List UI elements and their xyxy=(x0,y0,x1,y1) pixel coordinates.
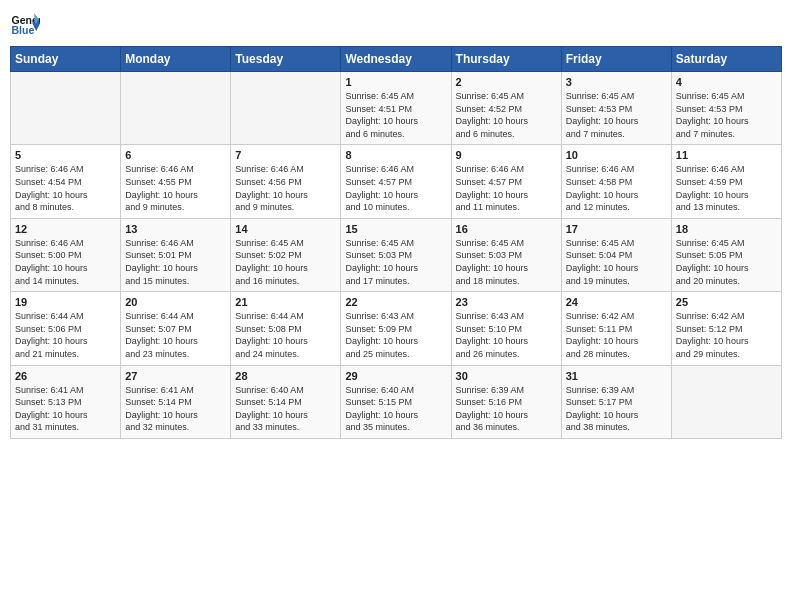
day-info: Sunrise: 6:43 AM Sunset: 5:09 PM Dayligh… xyxy=(345,310,446,360)
day-info: Sunrise: 6:44 AM Sunset: 5:08 PM Dayligh… xyxy=(235,310,336,360)
day-number: 29 xyxy=(345,370,446,382)
day-info: Sunrise: 6:41 AM Sunset: 5:13 PM Dayligh… xyxy=(15,384,116,434)
calendar-day-6: 6Sunrise: 6:46 AM Sunset: 4:55 PM Daylig… xyxy=(121,145,231,218)
day-number: 4 xyxy=(676,76,777,88)
day-number: 2 xyxy=(456,76,557,88)
general-blue-icon: General Blue xyxy=(10,10,40,40)
calendar-week-row: 1Sunrise: 6:45 AM Sunset: 4:51 PM Daylig… xyxy=(11,72,782,145)
day-number: 17 xyxy=(566,223,667,235)
calendar-day-18: 18Sunrise: 6:45 AM Sunset: 5:05 PM Dayli… xyxy=(671,218,781,291)
day-number: 9 xyxy=(456,149,557,161)
day-info: Sunrise: 6:46 AM Sunset: 5:00 PM Dayligh… xyxy=(15,237,116,287)
day-number: 8 xyxy=(345,149,446,161)
day-info: Sunrise: 6:39 AM Sunset: 5:17 PM Dayligh… xyxy=(566,384,667,434)
day-header-saturday: Saturday xyxy=(671,47,781,72)
calendar-day-28: 28Sunrise: 6:40 AM Sunset: 5:14 PM Dayli… xyxy=(231,365,341,438)
calendar-day-11: 11Sunrise: 6:46 AM Sunset: 4:59 PM Dayli… xyxy=(671,145,781,218)
day-header-sunday: Sunday xyxy=(11,47,121,72)
day-info: Sunrise: 6:46 AM Sunset: 5:01 PM Dayligh… xyxy=(125,237,226,287)
calendar-day-27: 27Sunrise: 6:41 AM Sunset: 5:14 PM Dayli… xyxy=(121,365,231,438)
day-number: 30 xyxy=(456,370,557,382)
day-number: 24 xyxy=(566,296,667,308)
day-info: Sunrise: 6:46 AM Sunset: 4:58 PM Dayligh… xyxy=(566,163,667,213)
calendar-day-23: 23Sunrise: 6:43 AM Sunset: 5:10 PM Dayli… xyxy=(451,292,561,365)
day-info: Sunrise: 6:39 AM Sunset: 5:16 PM Dayligh… xyxy=(456,384,557,434)
empty-day xyxy=(121,72,231,145)
calendar-day-17: 17Sunrise: 6:45 AM Sunset: 5:04 PM Dayli… xyxy=(561,218,671,291)
calendar-day-12: 12Sunrise: 6:46 AM Sunset: 5:00 PM Dayli… xyxy=(11,218,121,291)
day-header-tuesday: Tuesday xyxy=(231,47,341,72)
day-info: Sunrise: 6:44 AM Sunset: 5:06 PM Dayligh… xyxy=(15,310,116,360)
day-number: 27 xyxy=(125,370,226,382)
day-number: 20 xyxy=(125,296,226,308)
calendar-day-22: 22Sunrise: 6:43 AM Sunset: 5:09 PM Dayli… xyxy=(341,292,451,365)
svg-text:Blue: Blue xyxy=(12,24,35,36)
day-number: 18 xyxy=(676,223,777,235)
day-info: Sunrise: 6:45 AM Sunset: 4:52 PM Dayligh… xyxy=(456,90,557,140)
calendar-header-row: SundayMondayTuesdayWednesdayThursdayFrid… xyxy=(11,47,782,72)
calendar-day-3: 3Sunrise: 6:45 AM Sunset: 4:53 PM Daylig… xyxy=(561,72,671,145)
calendar-day-24: 24Sunrise: 6:42 AM Sunset: 5:11 PM Dayli… xyxy=(561,292,671,365)
day-info: Sunrise: 6:42 AM Sunset: 5:12 PM Dayligh… xyxy=(676,310,777,360)
day-info: Sunrise: 6:45 AM Sunset: 5:05 PM Dayligh… xyxy=(676,237,777,287)
calendar-day-25: 25Sunrise: 6:42 AM Sunset: 5:12 PM Dayli… xyxy=(671,292,781,365)
day-info: Sunrise: 6:44 AM Sunset: 5:07 PM Dayligh… xyxy=(125,310,226,360)
day-number: 10 xyxy=(566,149,667,161)
empty-day xyxy=(231,72,341,145)
calendar-day-26: 26Sunrise: 6:41 AM Sunset: 5:13 PM Dayli… xyxy=(11,365,121,438)
calendar-day-16: 16Sunrise: 6:45 AM Sunset: 5:03 PM Dayli… xyxy=(451,218,561,291)
calendar-day-2: 2Sunrise: 6:45 AM Sunset: 4:52 PM Daylig… xyxy=(451,72,561,145)
calendar-week-row: 12Sunrise: 6:46 AM Sunset: 5:00 PM Dayli… xyxy=(11,218,782,291)
day-header-wednesday: Wednesday xyxy=(341,47,451,72)
day-number: 19 xyxy=(15,296,116,308)
calendar-day-19: 19Sunrise: 6:44 AM Sunset: 5:06 PM Dayli… xyxy=(11,292,121,365)
day-info: Sunrise: 6:43 AM Sunset: 5:10 PM Dayligh… xyxy=(456,310,557,360)
day-number: 1 xyxy=(345,76,446,88)
day-number: 14 xyxy=(235,223,336,235)
calendar-day-8: 8Sunrise: 6:46 AM Sunset: 4:57 PM Daylig… xyxy=(341,145,451,218)
calendar-day-31: 31Sunrise: 6:39 AM Sunset: 5:17 PM Dayli… xyxy=(561,365,671,438)
day-number: 21 xyxy=(235,296,336,308)
calendar-day-9: 9Sunrise: 6:46 AM Sunset: 4:57 PM Daylig… xyxy=(451,145,561,218)
day-info: Sunrise: 6:46 AM Sunset: 4:54 PM Dayligh… xyxy=(15,163,116,213)
page-header: General Blue xyxy=(10,10,782,40)
day-header-monday: Monday xyxy=(121,47,231,72)
day-number: 7 xyxy=(235,149,336,161)
day-number: 31 xyxy=(566,370,667,382)
day-info: Sunrise: 6:46 AM Sunset: 4:57 PM Dayligh… xyxy=(345,163,446,213)
calendar-week-row: 26Sunrise: 6:41 AM Sunset: 5:13 PM Dayli… xyxy=(11,365,782,438)
day-number: 6 xyxy=(125,149,226,161)
calendar-day-29: 29Sunrise: 6:40 AM Sunset: 5:15 PM Dayli… xyxy=(341,365,451,438)
day-number: 25 xyxy=(676,296,777,308)
day-info: Sunrise: 6:45 AM Sunset: 5:04 PM Dayligh… xyxy=(566,237,667,287)
calendar-day-1: 1Sunrise: 6:45 AM Sunset: 4:51 PM Daylig… xyxy=(341,72,451,145)
calendar-week-row: 19Sunrise: 6:44 AM Sunset: 5:06 PM Dayli… xyxy=(11,292,782,365)
day-header-friday: Friday xyxy=(561,47,671,72)
empty-day xyxy=(671,365,781,438)
day-header-thursday: Thursday xyxy=(451,47,561,72)
day-info: Sunrise: 6:46 AM Sunset: 4:55 PM Dayligh… xyxy=(125,163,226,213)
day-info: Sunrise: 6:46 AM Sunset: 4:59 PM Dayligh… xyxy=(676,163,777,213)
day-number: 11 xyxy=(676,149,777,161)
day-info: Sunrise: 6:42 AM Sunset: 5:11 PM Dayligh… xyxy=(566,310,667,360)
day-info: Sunrise: 6:45 AM Sunset: 4:53 PM Dayligh… xyxy=(676,90,777,140)
day-number: 15 xyxy=(345,223,446,235)
calendar-day-10: 10Sunrise: 6:46 AM Sunset: 4:58 PM Dayli… xyxy=(561,145,671,218)
calendar-day-30: 30Sunrise: 6:39 AM Sunset: 5:16 PM Dayli… xyxy=(451,365,561,438)
day-info: Sunrise: 6:45 AM Sunset: 4:51 PM Dayligh… xyxy=(345,90,446,140)
calendar-day-5: 5Sunrise: 6:46 AM Sunset: 4:54 PM Daylig… xyxy=(11,145,121,218)
calendar-day-20: 20Sunrise: 6:44 AM Sunset: 5:07 PM Dayli… xyxy=(121,292,231,365)
calendar-day-13: 13Sunrise: 6:46 AM Sunset: 5:01 PM Dayli… xyxy=(121,218,231,291)
day-number: 5 xyxy=(15,149,116,161)
day-number: 26 xyxy=(15,370,116,382)
day-number: 28 xyxy=(235,370,336,382)
day-info: Sunrise: 6:41 AM Sunset: 5:14 PM Dayligh… xyxy=(125,384,226,434)
day-info: Sunrise: 6:46 AM Sunset: 4:57 PM Dayligh… xyxy=(456,163,557,213)
day-number: 13 xyxy=(125,223,226,235)
day-number: 22 xyxy=(345,296,446,308)
logo: General Blue xyxy=(10,10,44,40)
day-number: 16 xyxy=(456,223,557,235)
day-info: Sunrise: 6:46 AM Sunset: 4:56 PM Dayligh… xyxy=(235,163,336,213)
day-number: 3 xyxy=(566,76,667,88)
calendar-day-21: 21Sunrise: 6:44 AM Sunset: 5:08 PM Dayli… xyxy=(231,292,341,365)
